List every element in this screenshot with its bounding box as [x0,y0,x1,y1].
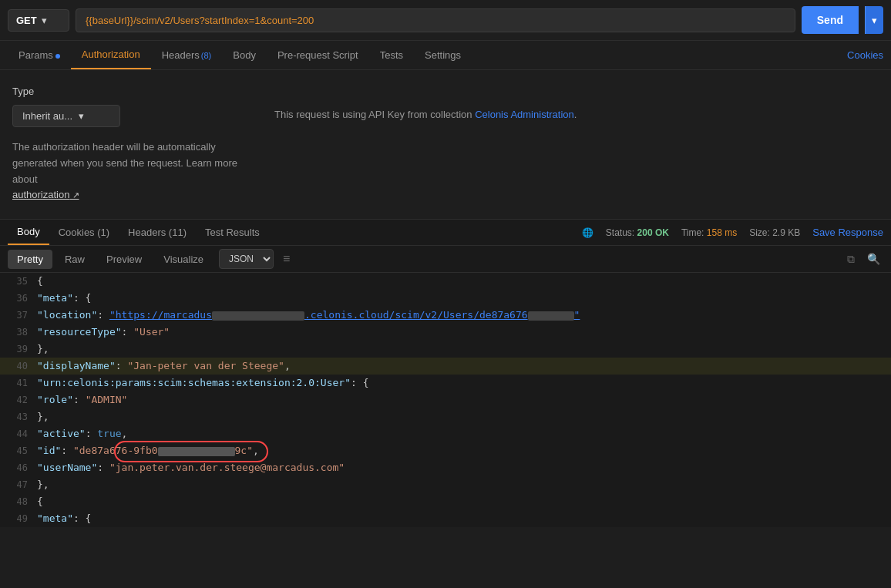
resp-tab-body[interactable]: Body [8,220,49,245]
code-line-46: 46 "userName": "jan.peter.van.der.steege… [0,459,891,476]
code-line-43: 43 }, [0,408,891,425]
save-response-button[interactable]: Save Response [812,227,883,238]
params-dot [55,54,60,59]
code-line-40: 40 "displayName": "Jan-peter van der Ste… [0,358,891,375]
code-area[interactable]: 35{36 "meta": {37 "location": "https://m… [0,273,891,527]
wrap-icon[interactable]: ≡ [283,252,290,266]
response-status-area: 🌐 Status: 200 OK Time: 158 ms Size: 2.9 … [582,227,883,238]
time-value: 158 ms [707,227,737,238]
fmt-icons: ⧉ 🔍 [844,250,883,269]
code-line-41: 41 "urn:celonis:params:scim:schemas:exte… [0,375,891,391]
code-line-49: 49 "meta": { [0,510,891,527]
code-line-47: 47}, [0,476,891,493]
code-line-42: 42 "role": "ADMIN" [0,391,891,408]
code-line-36: 36 "meta": { [0,290,891,307]
code-line-45: 45 "id": "de87a676-9fb09c", [0,442,891,459]
status-value: 200 OK [637,227,669,238]
resp-tab-cookies[interactable]: Cookies (1) [49,220,119,244]
tab-authorization[interactable]: Authorization [71,41,151,69]
method-text: GET [16,15,37,26]
auth-note: The authorization header will be automat… [12,139,244,203]
search-icon[interactable]: 🔍 [864,250,883,269]
code-line-39: 39 }, [0,341,891,358]
code-line-38: 38 "resourceType": "User" [0,324,891,341]
auth-content: Type Inherit au... ▾ The authorization h… [0,70,891,219]
send-button[interactable]: Send [802,6,859,34]
tab-tests[interactable]: Tests [369,42,414,69]
fmt-preview-button[interactable]: Preview [97,250,151,269]
resp-tab-headers[interactable]: Headers (11) [119,220,196,244]
resp-tab-testresults[interactable]: Test Results [196,220,269,244]
fmt-pretty-button[interactable]: Pretty [8,250,52,269]
collection-link[interactable]: Celonis Administration [475,109,574,120]
code-line-37: 37 "location": "https://marcadus.celonis… [0,307,891,324]
code-wrapper: 35{36 "meta": {37 "location": "https://m… [0,273,891,527]
url-input[interactable] [76,8,795,32]
tab-body[interactable]: Body [222,42,267,69]
code-line-48: 48{ [0,493,891,510]
code-line-35: 35{ [0,273,891,290]
tab-headers[interactable]: Headers(8) [151,42,223,69]
format-row: Pretty Raw Preview Visualize JSON ≡ ⧉ 🔍 [0,246,891,273]
auth-left: Type Inherit au... ▾ The authorization h… [12,86,244,203]
method-select[interactable]: GET ▾ [8,9,69,32]
auth-right: This request is using API Key from colle… [274,86,879,203]
tab-prerequest[interactable]: Pre-request Script [267,42,369,69]
globe-icon: 🌐 [582,227,593,238]
tab-settings[interactable]: Settings [414,42,472,69]
chevron-down-icon: ▾ [79,110,84,122]
top-bar: GET ▾ Send ▾ [0,0,891,41]
request-tabs: Params Authorization Headers(8) Body Pre… [0,41,891,70]
fmt-visualize-button[interactable]: Visualize [154,250,213,269]
fmt-raw-button[interactable]: Raw [55,250,94,269]
size-value: 2.9 KB [772,227,800,238]
chevron-down-icon: ▾ [42,15,47,26]
api-key-note: This request is using API Key from colle… [274,109,577,120]
send-dropdown-button[interactable]: ▾ [865,6,883,34]
response-tabs-row: Body Cookies (1) Headers (11) Test Resul… [0,219,891,246]
json-format-select[interactable]: JSON [219,249,274,269]
code-line-44: 44 "active": true, [0,425,891,442]
authorization-link[interactable]: authorization [12,189,79,200]
inherit-type-dropdown[interactable]: Inherit au... ▾ [12,105,120,127]
copy-icon[interactable]: ⧉ [844,250,858,269]
type-label: Type [12,86,244,97]
tab-params[interactable]: Params [8,42,71,69]
cookies-link[interactable]: Cookies [847,49,883,61]
